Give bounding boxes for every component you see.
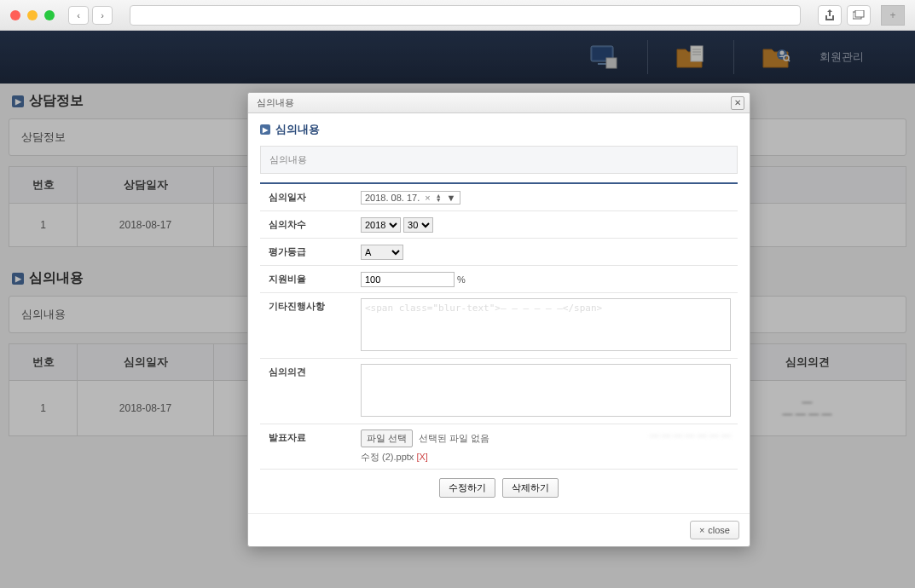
ratio-input[interactable] — [361, 272, 455, 287]
close-label: close — [708, 525, 730, 535]
label-ratio: 지원비율 — [260, 266, 354, 293]
close-x-icon: × — [699, 525, 704, 535]
modal-title: 심의내용 — [257, 96, 294, 109]
file-select-button[interactable]: 파일 선택 — [361, 429, 413, 447]
tabs-icon — [853, 10, 865, 20]
share-icon — [825, 9, 835, 21]
tabs-button[interactable] — [847, 5, 871, 26]
label-date: 심의일자 — [260, 183, 354, 211]
window-close-button[interactable] — [10, 10, 20, 20]
modal-titlebar: 심의내용 ✕ — [248, 93, 750, 113]
close-button[interactable]: × close — [690, 521, 739, 539]
close-icon: ✕ — [734, 98, 741, 107]
grade-select[interactable]: A — [361, 245, 403, 260]
ratio-unit: % — [457, 274, 466, 285]
new-tab-button[interactable]: + — [881, 5, 905, 26]
date-value: 2018. 08. 17. — [365, 193, 420, 203]
back-button[interactable]: ‹ — [68, 6, 89, 25]
modal-section-title: ▶ 심의내용 — [260, 122, 738, 137]
chevron-right-icon: ▶ — [260, 124, 270, 135]
share-button[interactable] — [818, 5, 842, 26]
opinion-textarea[interactable] — [361, 364, 731, 417]
year-select[interactable]: 2018 — [361, 217, 401, 233]
svg-rect-1 — [855, 10, 864, 17]
edit-button[interactable]: 수정하기 — [439, 478, 495, 498]
file-none-label: 선택된 파일 없음 — [419, 433, 489, 443]
count-select[interactable]: 30 — [403, 217, 433, 233]
file-blur: — — — — — — — — [650, 429, 731, 440]
label-file: 발표자료 — [260, 424, 354, 470]
chevron-down-icon[interactable]: ▼ — [447, 193, 456, 203]
file-name-label: 수정 (2).pptx — [361, 452, 414, 462]
file-attachment: 수정 (2).pptx [X] — [361, 451, 731, 464]
label-opinion: 심의의견 — [260, 359, 354, 424]
date-stepper[interactable]: ▲▼ — [436, 193, 442, 202]
file-remove-button[interactable]: [X] — [416, 452, 427, 462]
modal-subbar: 심의내용 — [260, 146, 738, 174]
review-modal: 심의내용 ✕ ▶ 심의내용 심의내용 심의일자 2018. 08. 17. × … — [247, 92, 750, 547]
delete-button[interactable]: 삭제하기 — [502, 478, 559, 498]
modal-close-button[interactable]: ✕ — [731, 96, 744, 110]
url-bar[interactable] — [130, 5, 801, 26]
modal-footer: × close — [248, 513, 750, 546]
label-grade: 평가등급 — [260, 239, 354, 266]
label-other: 기타진행사항 — [260, 293, 354, 359]
label-count: 심의차수 — [260, 211, 354, 239]
date-input[interactable]: 2018. 08. 17. × ▲▼ ▼ — [361, 191, 460, 205]
date-clear-icon[interactable]: × — [425, 193, 430, 203]
browser-chrome: ‹ › + — [0, 0, 915, 31]
modal-actions: 수정하기 삭제하기 — [260, 470, 738, 501]
window-zoom-button[interactable] — [44, 10, 55, 20]
forward-button[interactable]: › — [92, 6, 113, 25]
window-minimize-button[interactable] — [27, 10, 38, 20]
review-form: 심의일자 2018. 08. 17. × ▲▼ ▼ 심의차수 2018 30 — [260, 182, 738, 470]
other-textarea[interactable]: <span class="blur-text">— — — — — —</spa… — [361, 298, 731, 351]
